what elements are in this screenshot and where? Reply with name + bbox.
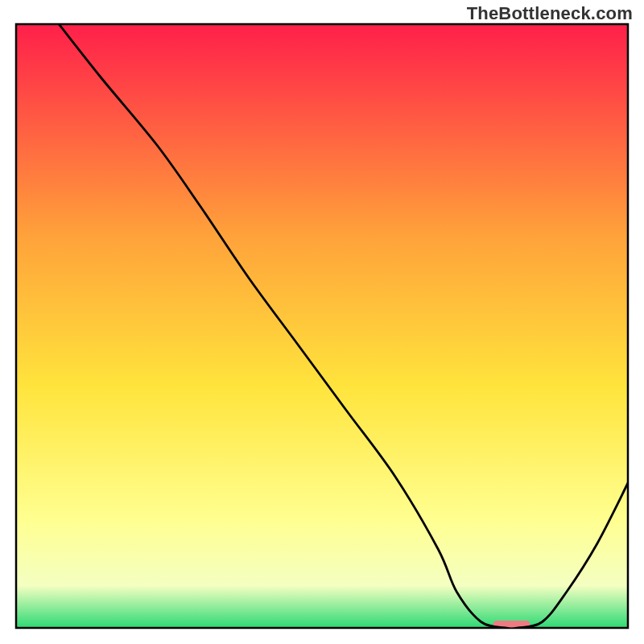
chart-svg (0, 0, 644, 644)
chart-container: TheBottleneck.com (0, 0, 644, 644)
gradient-background (16, 24, 628, 628)
